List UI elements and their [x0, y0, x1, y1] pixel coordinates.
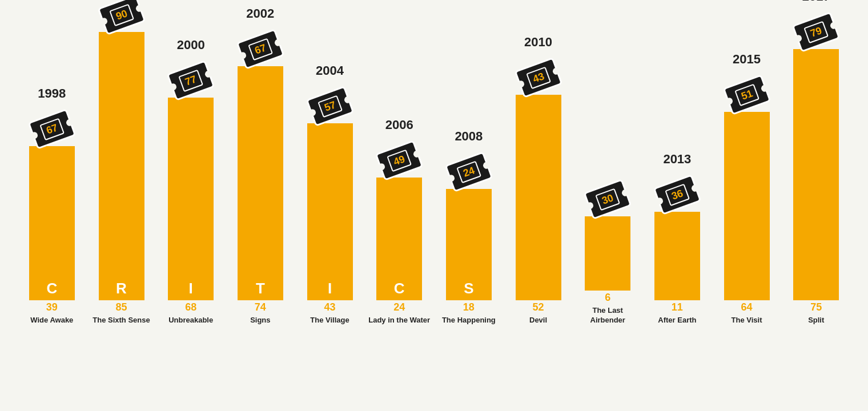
- critics-letter: I: [189, 281, 193, 296]
- year-label: 2015: [733, 52, 761, 67]
- critic-ticket: 79: [792, 11, 841, 53]
- year-label: 2004: [316, 63, 344, 78]
- critics-letter: C: [394, 281, 405, 296]
- viewer-score-value: 74: [255, 301, 266, 313]
- movie-column: 200649C24Lady in the Water: [364, 143, 434, 325]
- movie-title-label: The Sixth Sense: [93, 316, 150, 325]
- critic-score-value: 67: [45, 122, 59, 136]
- critic-score-value: 43: [531, 70, 546, 85]
- viewer-bar: [585, 216, 630, 291]
- critic-ticket: 77: [167, 60, 215, 101]
- critic-score-value: 51: [740, 87, 754, 102]
- movie-column: 20155164The Visit: [712, 78, 782, 325]
- movie-title-label: Lady in the Water: [368, 316, 430, 325]
- critic-score-value: 79: [809, 25, 823, 39]
- critics-letter: S: [464, 281, 473, 296]
- viewer-bar: [724, 112, 770, 300]
- year-label: 2010: [524, 35, 552, 50]
- critics-letter: C: [46, 281, 57, 296]
- movie-column: 199990R85The Sixth Sense: [87, 0, 156, 325]
- movie-title-label: Signs: [250, 316, 270, 325]
- year-label: 2002: [246, 6, 274, 21]
- movie-title-label: After Earth: [658, 316, 696, 325]
- viewer-bar: S: [446, 189, 492, 300]
- viewer-bar: R: [99, 32, 144, 300]
- movie-column: 20177975Split: [781, 15, 851, 325]
- viewer-score-value: 11: [672, 301, 683, 313]
- critic-score-value: 67: [253, 42, 268, 57]
- viewer-bar: [654, 212, 700, 300]
- viewer-bar: C: [29, 146, 75, 300]
- movie-title-label: The Visit: [732, 316, 762, 325]
- movie-title-label: Unbreakable: [168, 316, 213, 325]
- critic-score-value: 49: [392, 153, 407, 168]
- critic-ticket: 24: [444, 151, 493, 192]
- critic-ticket: 67: [27, 108, 76, 150]
- chart-area: 199867C39Wide Awake199990R85The Sixth Se…: [17, 40, 851, 371]
- viewer-bar: [793, 49, 839, 300]
- viewer-bar: I: [307, 123, 353, 300]
- viewer-score-value: 75: [810, 301, 822, 313]
- critics-letter: T: [256, 281, 265, 296]
- movie-title-label: The Last Airbender: [576, 306, 639, 325]
- year-label: 1998: [38, 86, 66, 101]
- movie-title-label: Split: [808, 316, 824, 325]
- critic-score-value: 77: [183, 73, 198, 88]
- viewer-score-value: 85: [115, 301, 127, 313]
- viewer-score-value: 64: [741, 301, 753, 313]
- movie-column: 20133611After Earth: [642, 178, 712, 325]
- year-label: 2017: [802, 0, 830, 4]
- viewer-score-value: 39: [46, 301, 58, 313]
- viewer-bar: I: [168, 98, 214, 300]
- critic-ticket: 30: [584, 179, 632, 220]
- viewer-bar: C: [376, 178, 422, 300]
- viewer-score-value: 24: [393, 301, 405, 313]
- movie-title-label: The Village: [310, 316, 349, 325]
- year-label: 2008: [455, 129, 483, 144]
- viewer-bar: T: [238, 66, 283, 300]
- year-label: 2000: [177, 38, 205, 53]
- critic-ticket: 43: [514, 57, 562, 98]
- viewer-score-value: 43: [324, 301, 336, 313]
- year-label: 2013: [663, 152, 691, 167]
- critic-ticket: 57: [306, 86, 354, 127]
- critic-score-value: 90: [114, 7, 128, 22]
- movie-column: 200267T74Signs: [226, 32, 295, 325]
- critics-letter: I: [328, 281, 332, 296]
- critic-score-value: 36: [670, 187, 685, 202]
- movie-title-label: The Happening: [442, 316, 496, 325]
- viewer-bar: [516, 95, 561, 300]
- viewer-score-value: 68: [185, 301, 196, 313]
- movie-title-label: Devil: [529, 316, 547, 325]
- movie-column: 306The Last Airbender: [573, 182, 642, 325]
- critic-ticket: 67: [236, 29, 284, 70]
- critic-ticket: 90: [97, 0, 146, 35]
- critic-score-value: 24: [461, 164, 476, 179]
- movie-column: 200457I43The Village: [295, 89, 365, 325]
- critic-ticket: 51: [722, 74, 771, 115]
- movie-column: 199867C39Wide Awake: [17, 112, 87, 325]
- movie-title-label: Wide Awake: [30, 316, 73, 325]
- critics-letter: R: [116, 281, 127, 296]
- movie-column: 20104352Devil: [504, 61, 573, 325]
- viewer-score-value: 6: [605, 292, 610, 304]
- movie-column: 200077I68Unbreakable: [156, 63, 226, 325]
- critic-score-value: 30: [600, 192, 615, 207]
- critic-ticket: 36: [653, 174, 701, 215]
- viewer-score-value: 52: [533, 301, 544, 313]
- critic-ticket: 49: [375, 140, 424, 181]
- movie-column: 200824S18The Happening: [434, 155, 504, 325]
- viewer-score-value: 18: [463, 301, 475, 313]
- critic-score-value: 57: [323, 99, 337, 114]
- year-label: 2006: [385, 118, 413, 132]
